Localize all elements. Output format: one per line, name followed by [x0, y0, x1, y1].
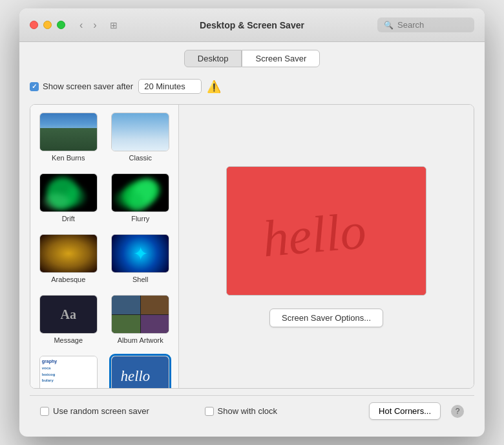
titlebar: ‹ › ⊞ Desktop & Screen Saver 🔍 [19, 8, 485, 42]
search-icon: 🔍 [384, 21, 394, 30]
saver-thumb-word-of-the-day: graphyvocalexicogbulary [39, 356, 98, 388]
saver-item-word-of-the-day[interactable]: graphyvocalexicogbulary Word of the Day [36, 353, 101, 388]
main-window: ‹ › ⊞ Desktop & Screen Saver 🔍 Desktop S… [19, 8, 485, 437]
tab-desktop[interactable]: Desktop [184, 50, 242, 67]
search-box[interactable]: 🔍 [377, 17, 474, 32]
show-after-checkbox[interactable]: ✓ [30, 82, 39, 91]
back-button[interactable]: ‹ [76, 18, 87, 32]
preview-area: hello Screen Saver Options... [179, 105, 474, 388]
minimize-button[interactable] [43, 21, 52, 29]
random-saver-text: Use random screen saver [53, 406, 149, 416]
minutes-select-wrapper[interactable]: 1 Minute 2 Minutes 5 Minutes 10 Minutes … [138, 79, 202, 94]
show-after-row: ✓ Show screen saver after 1 Minute 2 Min… [30, 75, 474, 98]
saver-thumb-album-artwork [111, 295, 169, 334]
saver-label-drift: Drift [62, 215, 75, 222]
content-area: ✓ Show screen saver after 1 Minute 2 Min… [19, 75, 485, 437]
saver-item-arabesque[interactable]: Arabesque [36, 232, 101, 286]
saver-thumb-drift [39, 173, 98, 212]
show-clock-checkbox[interactable] [205, 407, 214, 416]
warning-icon: ⚠️ [207, 80, 221, 94]
saver-thumb-shell: ✦ [111, 234, 169, 273]
close-button[interactable] [30, 21, 38, 29]
main-panel: Ken Burns Classic [30, 104, 474, 389]
grid-view-button[interactable]: ⊞ [106, 19, 121, 32]
tab-screen-saver[interactable]: Screen Saver [242, 50, 320, 67]
saver-thumb-arabesque [39, 234, 98, 273]
hot-corners-button[interactable]: Hot Corners... [369, 402, 441, 420]
minutes-select[interactable]: 1 Minute 2 Minutes 5 Minutes 10 Minutes … [138, 79, 202, 94]
preview-svg: hello [227, 167, 426, 296]
screen-saver-options-button[interactable]: Screen Saver Options... [269, 309, 383, 327]
saver-thumb-classic [111, 113, 169, 151]
saver-item-shell[interactable]: ✦ Shell [108, 232, 174, 286]
checkmark-icon: ✓ [32, 83, 37, 90]
saver-thumb-hello: hello [111, 356, 169, 388]
saver-thumb-flurry [111, 173, 169, 212]
search-input[interactable] [397, 20, 468, 30]
saver-label-message: Message [54, 336, 83, 344]
fullscreen-button[interactable] [57, 21, 65, 29]
saver-list: Ken Burns Classic [30, 105, 179, 388]
forward-button[interactable]: › [89, 18, 100, 32]
help-button[interactable]: ? [451, 405, 464, 418]
saver-label-ken-burns: Ken Burns [52, 154, 85, 162]
hello-thumb-svg: hello [116, 364, 165, 386]
bottom-bar: Use random screen saver Show with clock … [30, 395, 474, 426]
saver-item-message[interactable]: Aa Message [36, 292, 101, 347]
tab-bar: Desktop Screen Saver [19, 42, 485, 75]
saver-item-classic[interactable]: Classic [108, 110, 174, 164]
svg-text:hello: hello [260, 201, 368, 267]
saver-thumb-message: Aa [39, 295, 98, 334]
show-after-checkbox-label[interactable]: ✓ Show screen saver after [30, 81, 133, 91]
saver-label-album-artwork: Album Artwork [118, 336, 163, 344]
random-saver-label[interactable]: Use random screen saver [40, 406, 194, 416]
saver-item-drift[interactable]: Drift [36, 171, 101, 225]
preview-frame: hello [226, 166, 426, 296]
saver-label-shell: Shell [132, 276, 148, 283]
show-clock-text: Show with clock [218, 406, 277, 416]
saver-label-flurry: Flurry [131, 215, 149, 222]
window-title: Desktop & Screen Saver [200, 20, 304, 30]
traffic-lights [30, 21, 65, 29]
random-saver-checkbox[interactable] [40, 407, 49, 416]
saver-thumb-ken-burns [39, 113, 98, 151]
saver-label-arabesque: Arabesque [51, 276, 85, 283]
show-after-label: Show screen saver after [43, 81, 133, 91]
svg-text:hello: hello [121, 368, 150, 384]
saver-item-hello[interactable]: hello Hello [108, 353, 174, 388]
saver-item-album-artwork[interactable]: Album Artwork [108, 292, 174, 347]
saver-item-ken-burns[interactable]: Ken Burns [36, 110, 101, 164]
nav-buttons: ‹ › [76, 18, 101, 32]
saver-label-classic: Classic [129, 154, 152, 162]
saver-item-flurry[interactable]: Flurry [108, 171, 174, 225]
show-clock-label[interactable]: Show with clock [205, 406, 359, 416]
